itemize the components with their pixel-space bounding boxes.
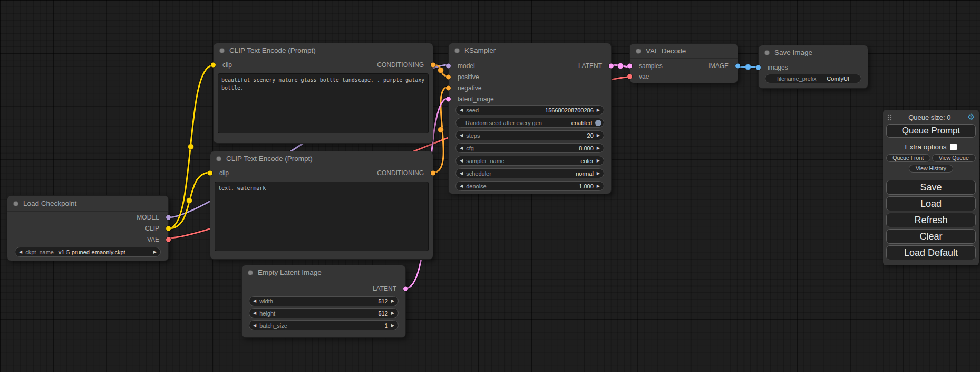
clear-button[interactable]: Clear bbox=[886, 229, 976, 244]
toggle-knob[interactable] bbox=[595, 120, 601, 126]
widget-sampler-name[interactable]: ◀ sampler_name euler ▶ bbox=[455, 156, 604, 166]
widget-value: euler bbox=[580, 158, 593, 164]
increment-arrow-icon[interactable]: ▶ bbox=[391, 323, 394, 328]
output-port-latent[interactable] bbox=[403, 287, 408, 291]
input-label-clip: clip bbox=[220, 61, 232, 69]
view-queue-button[interactable]: View Queue bbox=[932, 154, 976, 162]
decrement-arrow-icon[interactable]: ◀ bbox=[460, 184, 463, 188]
prompt-text-area[interactable]: beautiful scenery nature glass bottle la… bbox=[218, 73, 429, 133]
increment-arrow-icon[interactable]: ▶ bbox=[391, 299, 394, 303]
input-port-model[interactable] bbox=[446, 63, 451, 68]
node-save-image[interactable]: Save Image images filename_prefix ComfyU… bbox=[758, 45, 868, 89]
decrement-arrow-icon[interactable]: ◀ bbox=[460, 159, 463, 163]
output-port-model[interactable] bbox=[166, 215, 171, 220]
increment-arrow-icon[interactable]: ▶ bbox=[153, 250, 157, 254]
node-title: Save Image bbox=[774, 49, 812, 56]
widget-denoise[interactable]: ◀ denoise 1.000 ▶ bbox=[455, 181, 604, 191]
output-label-latent: LATENT bbox=[373, 285, 399, 292]
link-dot[interactable] bbox=[187, 198, 192, 204]
decrement-arrow-icon[interactable]: ◀ bbox=[253, 311, 256, 316]
input-port-latent-image[interactable] bbox=[446, 97, 451, 101]
node-clip-text-encode-negative[interactable]: CLIP Text Encode (Prompt) clip CONDITION… bbox=[210, 151, 433, 260]
collapse-dot[interactable] bbox=[216, 156, 221, 161]
input-port-samples[interactable] bbox=[627, 64, 632, 69]
widget-random-seed-toggle[interactable]: Random seed after every gen enabled bbox=[455, 118, 604, 128]
input-label-vae: vae bbox=[636, 73, 649, 80]
drag-handle-icon[interactable] bbox=[887, 114, 892, 121]
node-vae-decode[interactable]: VAE Decode samples IMAGE vae bbox=[629, 43, 738, 83]
collapse-dot[interactable] bbox=[248, 270, 253, 275]
output-port-latent[interactable] bbox=[609, 63, 614, 68]
extra-options-checkbox[interactable] bbox=[950, 144, 957, 150]
load-default-button[interactable]: Load Default bbox=[886, 245, 976, 260]
widget-label: sampler_name bbox=[466, 158, 504, 164]
widget-width[interactable]: ◀ width 512 ▶ bbox=[249, 296, 399, 306]
link-dot[interactable] bbox=[618, 63, 624, 69]
prompt-text-area[interactable]: text, watermark bbox=[215, 182, 429, 251]
widget-ckpt-name[interactable]: ◀ ckpt_name v1-5-pruned-emaonly.ckpt ▶ bbox=[15, 247, 161, 257]
input-label-samples: samples bbox=[636, 62, 663, 70]
node-ksampler[interactable]: KSampler model LATENT positive negative … bbox=[448, 43, 612, 194]
queue-panel[interactable]: Queue size: 0 ⚙ Queue Prompt Extra optio… bbox=[883, 110, 979, 265]
input-port-negative[interactable] bbox=[446, 85, 451, 90]
decrement-arrow-icon[interactable]: ◀ bbox=[19, 250, 22, 254]
decrement-arrow-icon[interactable]: ◀ bbox=[253, 299, 256, 303]
output-port-vae[interactable] bbox=[166, 237, 171, 242]
input-label-model: model bbox=[455, 62, 475, 70]
view-history-button[interactable]: View History bbox=[909, 165, 953, 173]
widget-filename-prefix[interactable]: filename_prefix ComfyUI bbox=[765, 74, 861, 83]
output-port-clip[interactable] bbox=[166, 226, 171, 231]
decrement-arrow-icon[interactable]: ◀ bbox=[460, 133, 463, 138]
increment-arrow-icon[interactable]: ▶ bbox=[597, 133, 600, 138]
increment-arrow-icon[interactable]: ▶ bbox=[597, 146, 600, 150]
widget-steps[interactable]: ◀ steps 20 ▶ bbox=[455, 130, 604, 140]
collapse-dot[interactable] bbox=[219, 48, 225, 53]
link-dot[interactable] bbox=[438, 127, 444, 133]
collapse-dot[interactable] bbox=[636, 49, 641, 54]
increment-arrow-icon[interactable]: ▶ bbox=[597, 159, 600, 163]
widget-value: 20 bbox=[587, 132, 594, 139]
gear-icon[interactable]: ⚙ bbox=[967, 113, 975, 121]
node-load-checkpoint[interactable]: Load Checkpoint MODEL CLIP VAE ◀ ckpt_na… bbox=[7, 195, 169, 261]
widget-seed[interactable]: ◀ seed 156680208700286 ▶ bbox=[455, 105, 604, 115]
widget-cfg[interactable]: ◀ cfg 8.000 ▶ bbox=[455, 143, 604, 153]
increment-arrow-icon[interactable]: ▶ bbox=[597, 108, 600, 112]
link-dot[interactable] bbox=[745, 64, 751, 70]
collapse-dot[interactable] bbox=[13, 201, 18, 206]
input-port-positive[interactable] bbox=[446, 74, 451, 79]
output-port-image[interactable] bbox=[735, 64, 740, 69]
decrement-arrow-icon[interactable]: ◀ bbox=[460, 171, 463, 176]
node-empty-latent-image[interactable]: Empty Latent Image LATENT ◀ width 512 ▶ … bbox=[241, 265, 406, 338]
node-title: CLIP Text Encode (Prompt) bbox=[229, 46, 316, 54]
node-clip-text-encode-positive[interactable]: CLIP Text Encode (Prompt) clip CONDITION… bbox=[213, 43, 433, 144]
increment-arrow-icon[interactable]: ▶ bbox=[597, 171, 600, 176]
widget-value: 156680208700286 bbox=[545, 107, 594, 113]
input-port-clip[interactable] bbox=[208, 170, 212, 175]
output-port-conditioning[interactable] bbox=[431, 170, 435, 175]
save-button[interactable]: Save bbox=[886, 180, 976, 195]
graph-canvas[interactable]: { "colors": { "model": "#B39DDB", "clip"… bbox=[0, 0, 980, 372]
link-dot[interactable] bbox=[438, 68, 444, 73]
collapse-dot[interactable] bbox=[454, 48, 460, 53]
queue-front-button[interactable]: Queue Front bbox=[886, 154, 930, 162]
collapse-dot[interactable] bbox=[764, 50, 770, 55]
decrement-arrow-icon[interactable]: ◀ bbox=[460, 108, 463, 112]
increment-arrow-icon[interactable]: ▶ bbox=[597, 184, 600, 188]
widget-scheduler[interactable]: ◀ scheduler normal ▶ bbox=[455, 168, 604, 178]
input-port-vae[interactable] bbox=[627, 74, 632, 79]
widget-label: steps bbox=[466, 132, 480, 139]
extra-options-label: Extra options bbox=[905, 143, 947, 151]
decrement-arrow-icon[interactable]: ◀ bbox=[460, 146, 463, 150]
widget-batch-size[interactable]: ◀ batch_size 1 ▶ bbox=[249, 320, 399, 330]
refresh-button[interactable]: Refresh bbox=[886, 213, 976, 227]
queue-prompt-button[interactable]: Queue Prompt bbox=[886, 124, 976, 138]
link-dot[interactable] bbox=[188, 144, 194, 150]
load-button[interactable]: Load bbox=[886, 196, 976, 211]
widget-height[interactable]: ◀ height 512 ▶ bbox=[249, 308, 399, 318]
input-port-images[interactable] bbox=[756, 65, 761, 70]
output-label-model: MODEL bbox=[137, 214, 162, 221]
output-port-conditioning[interactable] bbox=[431, 62, 435, 67]
decrement-arrow-icon[interactable]: ◀ bbox=[253, 323, 256, 328]
increment-arrow-icon[interactable]: ▶ bbox=[391, 311, 394, 316]
input-port-clip[interactable] bbox=[211, 62, 216, 67]
